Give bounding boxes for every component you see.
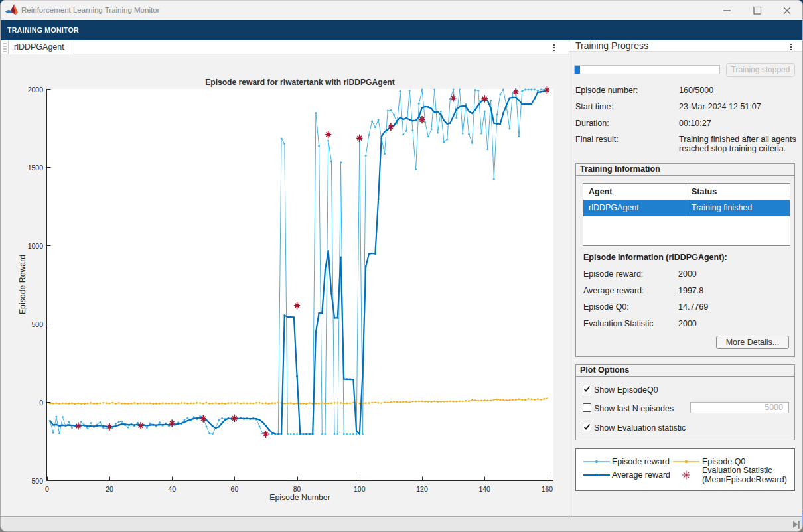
svg-text:0: 0 (39, 399, 43, 407)
svg-text:Episode Number: Episode Number (269, 493, 330, 502)
svg-text:Episode reward for rlwatertank: Episode reward for rlwatertank with rlDD… (205, 78, 395, 87)
svg-text:Episode Reward: Episode Reward (18, 255, 27, 314)
svg-text:2000: 2000 (28, 86, 44, 94)
svg-text:80: 80 (293, 485, 301, 493)
svg-text:500: 500 (31, 320, 43, 328)
svg-text:40: 40 (168, 485, 176, 493)
svg-text:160: 160 (542, 485, 553, 493)
svg-text:60: 60 (231, 485, 239, 493)
svg-text:0: 0 (45, 485, 49, 493)
svg-text:140: 140 (478, 485, 490, 493)
svg-text:-500: -500 (29, 477, 43, 485)
svg-text:1000: 1000 (28, 242, 44, 250)
svg-text:120: 120 (416, 485, 428, 493)
svg-text:1500: 1500 (28, 164, 44, 172)
svg-text:100: 100 (354, 485, 366, 493)
svg-text:20: 20 (106, 485, 113, 493)
